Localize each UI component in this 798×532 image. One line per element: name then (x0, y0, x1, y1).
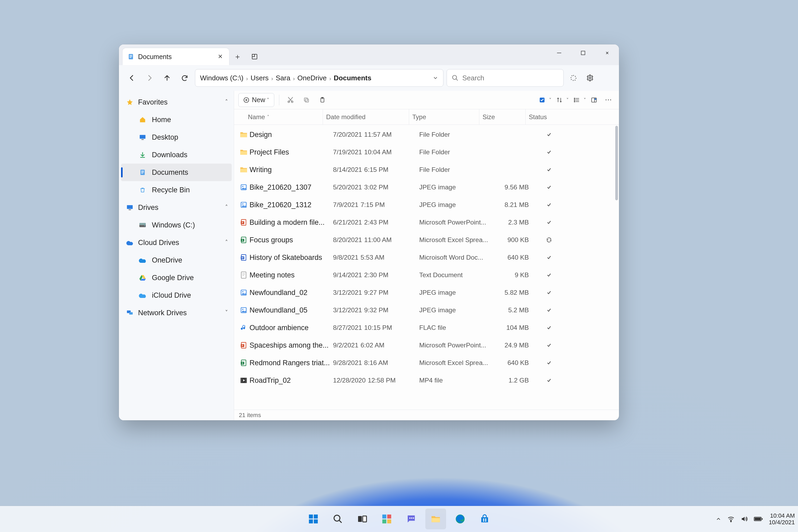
file-row[interactable]: Meeting notes9/14/20212:30 PMText Docume… (238, 266, 619, 284)
sidebar-item[interactable]: Documents (121, 164, 232, 181)
svg-rect-86 (246, 378, 247, 383)
file-row[interactable]: Bike_210620_13075/20/20213:02 PMJPEG ima… (238, 178, 619, 196)
task-view-button[interactable] (352, 509, 373, 529)
tab-overview-button[interactable] (246, 48, 263, 65)
sidebar-item[interactable]: Home (121, 111, 232, 129)
file-row[interactable]: PBuilding a modern file...6/21/20212:43 … (238, 214, 619, 231)
breadcrumb-segment[interactable]: OneDrive (298, 74, 327, 82)
file-row[interactable]: Bike_210620_13127/9/20217:15 PMJPEG imag… (238, 196, 619, 214)
widgets-button[interactable] (376, 509, 397, 529)
chevron-down-icon[interactable]: ˅ (566, 97, 569, 103)
start-button[interactable] (303, 509, 324, 529)
settings-button[interactable] (583, 71, 597, 84)
back-button[interactable] (125, 71, 139, 85)
file-row[interactable]: Project Files7/19/202110:04 AMFile Folde… (238, 144, 619, 161)
close-window-button[interactable]: ✕ (595, 44, 619, 61)
new-button[interactable]: New ˅ (238, 93, 274, 107)
tab-documents[interactable]: Documents ✕ (122, 48, 229, 65)
file-type: Microsoft PowerPoint... (419, 218, 490, 226)
column-header-size[interactable]: Size (479, 109, 526, 125)
volume-icon[interactable] (741, 515, 748, 523)
file-type-icon (238, 131, 249, 138)
file-row[interactable]: PSpaceships among the...9/2/20216:02 AMM… (238, 337, 619, 354)
address-dropdown-icon[interactable] (433, 75, 438, 81)
sort-button[interactable] (553, 94, 566, 107)
paste-button[interactable] (316, 94, 329, 107)
sidebar-item[interactable]: Downloads (121, 146, 232, 164)
cut-button[interactable] (284, 94, 297, 107)
file-size: 5.82 MB (490, 289, 536, 296)
search-input[interactable] (462, 74, 558, 82)
copy-button[interactable] (300, 94, 313, 107)
file-size: 5.2 MB (490, 306, 536, 314)
edge-button[interactable] (450, 509, 471, 529)
breadcrumb-segment[interactable]: Sara (276, 74, 290, 82)
svg-rect-111 (762, 518, 763, 520)
tray-overflow-button[interactable] (716, 516, 721, 522)
chevron-down-icon[interactable]: ˅ (549, 97, 551, 103)
svg-point-77 (242, 309, 243, 310)
sidebar-header-drives[interactable]: Drives ˄ (121, 199, 232, 216)
column-header-status[interactable]: Status (526, 109, 572, 125)
forward-button[interactable] (142, 71, 157, 85)
breadcrumb-segment[interactable]: Windows (C:\) (200, 74, 243, 82)
sidebar-header-network[interactable]: Network Drives ˅ (121, 304, 232, 322)
chevron-down-icon[interactable]: ˅ (584, 97, 586, 103)
sidebar-item[interactable]: iCloud Drive (121, 286, 232, 304)
battery-icon[interactable] (754, 516, 763, 521)
chevron-down-icon[interactable]: ˅ (225, 309, 228, 316)
file-row[interactable]: Writing8/14/20216:15 PMFile Folder (238, 161, 619, 178)
file-explorer-taskbar-button[interactable] (425, 509, 446, 529)
file-row[interactable]: Newfoundland_053/12/20219:32 PMJPEG imag… (238, 301, 619, 319)
taskbar-search-button[interactable] (327, 509, 348, 529)
breadcrumb-segment[interactable]: Documents (334, 74, 372, 82)
column-header-name[interactable]: Name ˄ (238, 109, 323, 125)
column-header-label: Status (529, 113, 547, 121)
store-button[interactable] (474, 509, 495, 529)
new-tab-button[interactable]: ＋ (229, 48, 246, 65)
search-box[interactable] (446, 69, 564, 87)
details-pane-button[interactable] (588, 94, 600, 107)
svg-rect-32 (129, 312, 133, 315)
refresh-button[interactable] (177, 71, 192, 85)
sidebar-item[interactable]: Google Drive (121, 269, 232, 286)
column-header-type[interactable]: Type (409, 109, 479, 125)
breadcrumb-segment[interactable]: Users (251, 74, 269, 82)
taskbar-clock[interactable]: 10:04 AM 10/4/2021 (769, 512, 795, 526)
select-button[interactable] (536, 94, 549, 107)
file-row[interactable]: RoadTrip_0212/28/202012:58 PMMP4 file1.2… (238, 372, 619, 389)
file-row[interactable]: Design7/20/202111:57 AMFile Folder (238, 126, 619, 144)
address-bar[interactable]: Windows (C:\)›Users›Sara›OneDrive›Docume… (195, 69, 443, 87)
chevron-up-icon[interactable]: ˄ (225, 239, 228, 246)
wifi-icon[interactable] (727, 515, 735, 523)
maximize-button[interactable] (571, 44, 595, 61)
file-row[interactable]: Outdoor ambience8/27/202110:15 PMFLAC fi… (238, 319, 619, 337)
sidebar-item[interactable]: Windows (C:) (121, 216, 232, 234)
file-date: 7/19/202110:04 AM (333, 148, 419, 156)
file-row[interactable]: XFocus groups8/20/202111:00 AMMicrosoft … (238, 231, 619, 249)
view-button[interactable] (570, 94, 583, 107)
sidebar-item[interactable]: Recycle Bin (121, 181, 232, 199)
file-type-icon (238, 184, 249, 191)
minimize-button[interactable] (547, 44, 571, 61)
file-row[interactable]: XRedmond Rangers triat...9/28/20218:16 A… (238, 354, 619, 372)
sidebar-header-cloud[interactable]: Cloud Drives ˄ (121, 234, 232, 251)
sidebar-item[interactable]: Desktop (121, 129, 232, 146)
file-row[interactable]: Newfoundland_023/12/20219:27 PMJPEG imag… (238, 284, 619, 301)
close-tab-icon[interactable]: ✕ (216, 52, 224, 62)
sidebar-header-favorites[interactable]: Favorites ˄ (121, 93, 232, 111)
file-type: Microsoft Excel Sprea... (419, 359, 490, 366)
tab-strip: Documents ✕ ＋ ✕ (119, 44, 619, 65)
column-header-label: Name (248, 113, 265, 121)
chat-button[interactable] (401, 509, 422, 529)
up-button[interactable] (160, 71, 174, 85)
sidebar-item[interactable]: OneDrive (121, 251, 232, 269)
svg-rect-88 (314, 514, 318, 518)
more-button[interactable]: ⋯ (602, 94, 615, 107)
file-date: 7/9/20217:15 PM (333, 201, 419, 209)
chevron-up-icon[interactable]: ˄ (225, 204, 228, 211)
chevron-up-icon[interactable]: ˄ (225, 99, 228, 106)
scrollbar-thumb[interactable] (615, 126, 618, 200)
column-header-date[interactable]: Date modified (323, 109, 409, 125)
file-row[interactable]: WHistory of Skateboards9/8/20215:53 AMMi… (238, 249, 619, 266)
